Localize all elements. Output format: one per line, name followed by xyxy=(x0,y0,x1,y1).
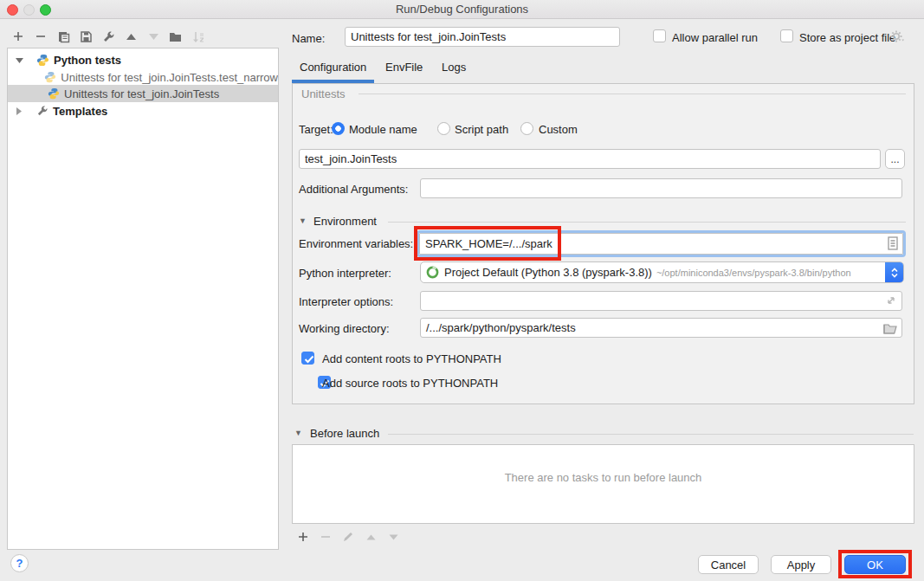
gear-icon[interactable] xyxy=(889,29,905,47)
configurations-tree: Python tests Unittests for test_join.Joi… xyxy=(7,48,279,550)
add-icon[interactable] xyxy=(7,29,29,44)
python-test-icon xyxy=(44,71,56,83)
tab-configuration[interactable]: Configuration xyxy=(300,61,366,74)
move-up-icon[interactable] xyxy=(120,29,142,44)
before-launch-empty-message: There are no tasks to run before launch xyxy=(293,471,914,484)
edit-icon[interactable] xyxy=(337,529,359,545)
before-launch-section-title: Before launch xyxy=(310,427,379,440)
python-interpreter-label: Python interpreter: xyxy=(299,267,391,280)
name-input[interactable] xyxy=(345,27,620,47)
working-directory-label: Working directory: xyxy=(299,322,390,335)
before-launch-collapse-icon[interactable]: ▼ xyxy=(294,429,302,437)
window-title: Run/Debug Configurations xyxy=(0,3,924,16)
before-launch-toolbar xyxy=(292,529,404,545)
group-divider xyxy=(359,94,906,94)
store-as-project-file-label: Store as project file xyxy=(799,31,895,44)
remove-icon[interactable] xyxy=(29,29,52,44)
target-module-name-radio[interactable] xyxy=(332,122,345,135)
save-icon[interactable] xyxy=(74,29,97,44)
tree-item-unittests-narrow[interactable]: Unittests for test_join.JoinTests.test_n… xyxy=(8,68,278,86)
python-interpreter-select[interactable]: Project Default (Python 3.8 (pyspark-3.8… xyxy=(420,261,904,283)
working-directory-input[interactable]: /.../spark/python/pyspark/tests xyxy=(420,318,902,338)
annotation-box-env-vars xyxy=(414,226,561,261)
target-label: Target: xyxy=(299,123,333,136)
remove-icon[interactable] xyxy=(314,529,337,545)
tab-envfile[interactable]: EnvFile xyxy=(385,61,423,74)
unittests-group-title: Unittests xyxy=(301,87,346,100)
tree-item-unittests-jointests[interactable]: Unittests for test_join.JoinTests xyxy=(8,85,278,102)
help-question-mark: ? xyxy=(16,557,23,570)
cancel-button[interactable]: Cancel xyxy=(698,555,759,574)
combo-arrows-icon[interactable] xyxy=(885,261,904,283)
chevron-down-icon[interactable] xyxy=(15,56,23,64)
move-down-icon[interactable] xyxy=(382,529,404,545)
browse-module-button[interactable]: ... xyxy=(885,149,905,169)
environment-section-title: Environment xyxy=(313,215,377,228)
wrench-icon xyxy=(36,105,48,117)
expand-field-icon[interactable] xyxy=(885,294,897,309)
chevron-right-icon[interactable] xyxy=(14,107,23,115)
conda-environment-icon xyxy=(426,266,439,279)
working-directory-value: /.../spark/python/pyspark/tests xyxy=(426,321,576,334)
tree-item-label: Unittests for test_join.JoinTests xyxy=(64,87,219,100)
edit-templates-wrench-icon[interactable] xyxy=(97,29,120,44)
add-content-roots-checkbox[interactable] xyxy=(301,352,314,365)
allow-parallel-run-checkbox[interactable] xyxy=(653,29,666,42)
copy-icon[interactable] xyxy=(52,29,74,44)
folder-icon[interactable] xyxy=(883,322,897,337)
sort-alphabetically-icon[interactable] xyxy=(187,29,210,44)
before-launch-divider xyxy=(388,434,914,435)
environment-collapse-icon[interactable]: ▼ xyxy=(299,216,307,225)
python-test-icon xyxy=(48,87,60,100)
target-script-path-label: Script path xyxy=(455,123,508,136)
tree-item-python-tests[interactable]: Python tests xyxy=(8,51,278,68)
target-custom-label: Custom xyxy=(539,123,578,136)
move-up-icon[interactable] xyxy=(359,529,382,545)
name-label: Name: xyxy=(292,32,325,45)
before-launch-task-list: There are no tasks to run before launch xyxy=(292,444,914,524)
python-icon xyxy=(36,54,49,67)
annotation-box-ok xyxy=(838,550,912,578)
target-custom-radio[interactable] xyxy=(520,122,533,135)
add-icon[interactable] xyxy=(292,529,314,545)
configurations-toolbar xyxy=(7,29,210,44)
move-down-icon[interactable] xyxy=(142,29,165,44)
additional-arguments-label: Additional Arguments: xyxy=(299,183,408,196)
tree-item-templates[interactable]: Templates xyxy=(8,102,278,119)
add-source-roots-label: Add source roots to PYTHONPATH xyxy=(322,377,498,390)
tree-item-label: Templates xyxy=(53,105,107,118)
new-folder-icon[interactable] xyxy=(165,29,187,44)
ellipsis-icon: ... xyxy=(890,154,899,165)
environment-variables-label: Environment variables: xyxy=(299,237,413,250)
help-button[interactable]: ? xyxy=(10,554,29,572)
add-content-roots-label: Add content roots to PYTHONPATH xyxy=(322,352,501,365)
tab-logs[interactable]: Logs xyxy=(442,61,466,74)
apply-button[interactable]: Apply xyxy=(771,555,831,574)
python-interpreter-path: ~/opt/miniconda3/envs/pyspark-3.8/bin/py… xyxy=(656,268,851,278)
module-name-input[interactable] xyxy=(299,149,881,169)
additional-arguments-input[interactable] xyxy=(420,178,902,198)
allow-parallel-run-label: Allow parallel run xyxy=(672,31,758,44)
environment-divider xyxy=(388,222,906,223)
python-interpreter-value: Project Default (Python 3.8 (pyspark-3.8… xyxy=(444,266,652,279)
interpreter-options-input[interactable] xyxy=(420,291,902,311)
store-as-project-file-checkbox[interactable] xyxy=(780,29,793,42)
title-bar: Run/Debug Configurations xyxy=(0,0,924,19)
target-script-path-radio[interactable] xyxy=(437,122,450,135)
browse-variables-icon[interactable] xyxy=(886,236,900,254)
tree-item-label: Python tests xyxy=(54,54,121,67)
target-module-name-label: Module name xyxy=(349,123,417,136)
interpreter-options-label: Interpreter options: xyxy=(299,295,393,308)
tree-item-label: Unittests for test_join.JoinTests.test_n… xyxy=(61,71,278,84)
